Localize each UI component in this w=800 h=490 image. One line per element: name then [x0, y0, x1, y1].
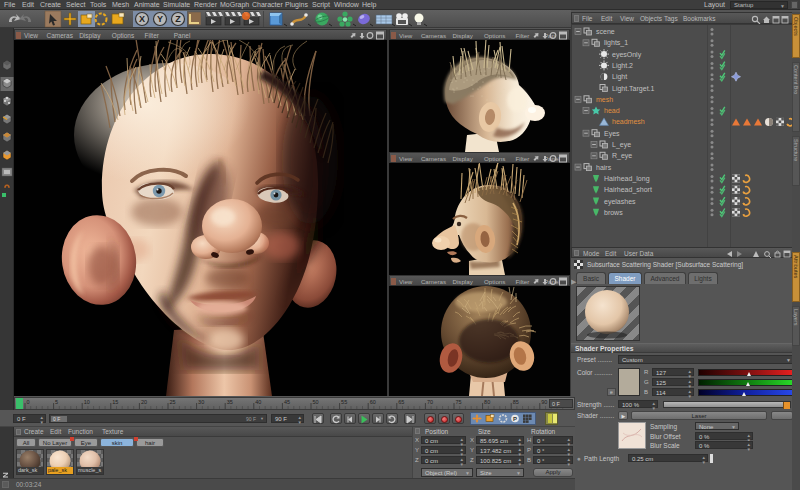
svg-text:Light.2: Light.2 [612, 62, 633, 70]
svg-text:60: 60 [370, 399, 376, 405]
svg-text:R_eye: R_eye [612, 152, 632, 160]
svg-text:mesh: mesh [596, 96, 613, 103]
svg-text:0: 0 [27, 399, 30, 405]
svg-text:Light: Light [612, 73, 627, 81]
svg-text:brows: brows [604, 209, 623, 216]
svg-text:headmesh: headmesh [612, 118, 645, 125]
svg-text:X: X [139, 14, 145, 24]
svg-text:P: P [513, 416, 517, 422]
svg-text:eyesOnly: eyesOnly [612, 51, 642, 59]
svg-text:35: 35 [227, 399, 233, 405]
svg-text:15: 15 [112, 399, 118, 405]
svg-text:Hairhead_long: Hairhead_long [604, 175, 650, 183]
svg-text:Light.Target.1: Light.Target.1 [612, 85, 655, 93]
svg-text:85: 85 [513, 399, 519, 405]
svg-text:10: 10 [84, 399, 90, 405]
svg-text:eyelashes: eyelashes [604, 198, 636, 206]
svg-text:Eyes: Eyes [604, 130, 620, 138]
svg-text:40: 40 [255, 399, 261, 405]
svg-text:65: 65 [398, 399, 404, 405]
svg-text:Hairhead_short: Hairhead_short [604, 186, 652, 194]
svg-text:80: 80 [484, 399, 490, 405]
svg-text:75: 75 [456, 399, 462, 405]
svg-text:head: head [604, 107, 620, 114]
svg-text:scene: scene [596, 28, 615, 35]
svg-text:55: 55 [341, 399, 347, 405]
svg-text:70: 70 [427, 399, 433, 405]
svg-text:25: 25 [170, 399, 176, 405]
svg-text:20: 20 [141, 399, 147, 405]
svg-text:30: 30 [198, 399, 204, 405]
svg-text:lights_1: lights_1 [604, 39, 628, 47]
svg-text:L_eye: L_eye [612, 141, 631, 149]
svg-text:Z: Z [175, 14, 181, 24]
svg-text:5: 5 [55, 399, 58, 405]
svg-text:hairs: hairs [596, 164, 612, 171]
svg-text:45: 45 [284, 399, 290, 405]
svg-text:50: 50 [313, 399, 319, 405]
svg-text:Y: Y [157, 14, 163, 24]
svg-text:90: 90 [541, 399, 547, 405]
